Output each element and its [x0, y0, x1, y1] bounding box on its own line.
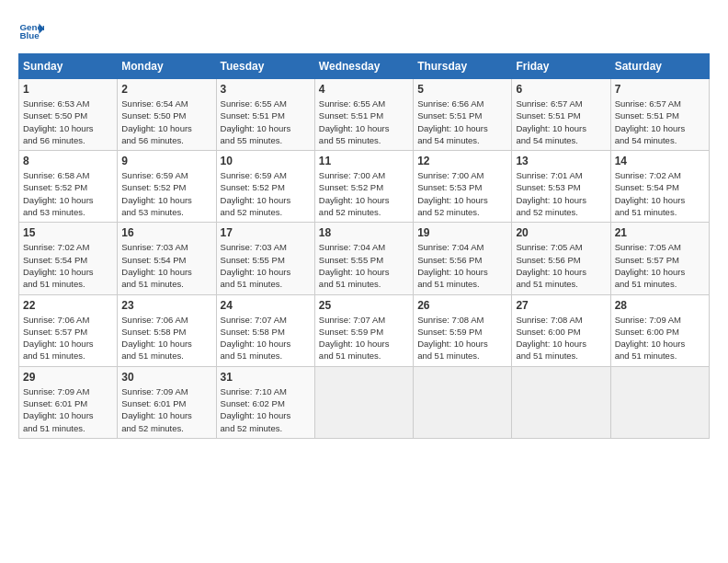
day-number: 14 [615, 155, 705, 167]
calendar-cell: 2Sunrise: 6:54 AMSunset: 5:50 PMDaylight… [118, 79, 216, 151]
day-info: Sunrise: 6:55 AMSunset: 5:51 PMDaylight:… [221, 98, 311, 146]
calendar-week-5: 29Sunrise: 7:09 AMSunset: 6:01 PMDayligh… [19, 366, 710, 438]
calendar-cell: 9Sunrise: 6:59 AMSunset: 5:52 PMDaylight… [118, 151, 216, 223]
calendar-cell: 17Sunrise: 7:03 AMSunset: 5:55 PMDayligh… [216, 223, 314, 294]
day-info: Sunrise: 7:03 AMSunset: 5:55 PMDaylight:… [221, 241, 311, 290]
calendar-week-3: 15Sunrise: 7:02 AMSunset: 5:54 PMDayligh… [19, 223, 710, 294]
day-number: 28 [615, 299, 705, 312]
calendar-cell: 19Sunrise: 7:04 AMSunset: 5:56 PMDayligh… [414, 223, 512, 294]
day-info: Sunrise: 7:03 AMSunset: 5:54 PMDaylight:… [121, 241, 211, 290]
calendar-cell: 7Sunrise: 6:57 AMSunset: 5:51 PMDaylight… [610, 79, 709, 151]
calendar-cell: 16Sunrise: 7:03 AMSunset: 5:54 PMDayligh… [118, 223, 216, 294]
calendar-cell: 22Sunrise: 7:06 AMSunset: 5:57 PMDayligh… [19, 294, 118, 366]
calendar-cell: 10Sunrise: 6:59 AMSunset: 5:52 PMDayligh… [216, 151, 314, 223]
day-number: 17 [221, 226, 311, 239]
svg-text:Blue: Blue [19, 30, 40, 40]
day-info: Sunrise: 7:01 AMSunset: 5:53 PMDaylight:… [516, 169, 606, 218]
calendar-week-2: 8Sunrise: 6:58 AMSunset: 5:52 PMDaylight… [19, 151, 710, 223]
day-info: Sunrise: 7:09 AMSunset: 6:01 PMDaylight:… [121, 385, 211, 434]
day-info: Sunrise: 7:05 AMSunset: 5:56 PMDaylight:… [516, 241, 606, 290]
day-number: 27 [516, 299, 606, 312]
day-info: Sunrise: 7:07 AMSunset: 5:58 PMDaylight:… [221, 314, 311, 362]
calendar-week-1: 1Sunrise: 6:53 AMSunset: 5:50 PMDaylight… [19, 79, 710, 151]
logo-icon: General Blue [18, 18, 44, 44]
header-row: Sunday Monday Tuesday Wednesday Thursday… [19, 54, 710, 79]
day-number: 26 [417, 299, 507, 312]
day-info: Sunrise: 6:58 AMSunset: 5:52 PMDaylight:… [23, 169, 113, 218]
day-info: Sunrise: 7:00 AMSunset: 5:52 PMDaylight:… [319, 169, 409, 218]
calendar-cell: 18Sunrise: 7:04 AMSunset: 5:55 PMDayligh… [314, 223, 413, 294]
calendar-cell: 11Sunrise: 7:00 AMSunset: 5:52 PMDayligh… [314, 151, 413, 223]
calendar-week-4: 22Sunrise: 7:06 AMSunset: 5:57 PMDayligh… [19, 294, 710, 366]
calendar-cell: 5Sunrise: 6:56 AMSunset: 5:51 PMDaylight… [414, 79, 512, 151]
day-number: 12 [417, 155, 507, 167]
day-info: Sunrise: 7:07 AMSunset: 5:59 PMDaylight:… [319, 314, 409, 362]
calendar-cell: 8Sunrise: 6:58 AMSunset: 5:52 PMDaylight… [19, 151, 118, 223]
day-info: Sunrise: 7:02 AMSunset: 5:54 PMDaylight:… [615, 169, 705, 218]
calendar-cell: 23Sunrise: 7:06 AMSunset: 5:58 PMDayligh… [118, 294, 216, 366]
day-number: 16 [121, 226, 211, 239]
day-number: 8 [23, 155, 113, 167]
day-number: 13 [516, 155, 606, 167]
calendar-cell: 26Sunrise: 7:08 AMSunset: 5:59 PMDayligh… [414, 294, 512, 366]
header-friday: Friday [512, 54, 610, 79]
day-info: Sunrise: 7:08 AMSunset: 5:59 PMDaylight:… [417, 314, 507, 362]
calendar-cell: 14Sunrise: 7:02 AMSunset: 5:54 PMDayligh… [610, 151, 709, 223]
day-info: Sunrise: 6:57 AMSunset: 5:51 PMDaylight:… [516, 98, 606, 146]
day-number: 29 [23, 371, 113, 384]
day-info: Sunrise: 7:10 AMSunset: 6:02 PMDaylight:… [221, 385, 311, 434]
day-number: 18 [319, 226, 409, 239]
day-number: 15 [23, 226, 113, 239]
day-number: 3 [221, 83, 311, 96]
day-info: Sunrise: 7:02 AMSunset: 5:54 PMDaylight:… [23, 241, 113, 290]
day-number: 30 [121, 371, 211, 384]
calendar-cell: 25Sunrise: 7:07 AMSunset: 5:59 PMDayligh… [314, 294, 413, 366]
header-monday: Monday [118, 54, 216, 79]
day-number: 22 [23, 299, 113, 312]
day-number: 24 [221, 299, 311, 312]
day-number: 11 [319, 155, 409, 167]
calendar-cell: 29Sunrise: 7:09 AMSunset: 6:01 PMDayligh… [19, 366, 118, 438]
day-number: 7 [615, 83, 705, 96]
calendar-cell [610, 366, 709, 438]
day-number: 20 [516, 226, 606, 239]
day-number: 21 [615, 226, 705, 239]
day-info: Sunrise: 7:05 AMSunset: 5:57 PMDaylight:… [615, 241, 705, 290]
day-number: 1 [23, 83, 113, 96]
day-info: Sunrise: 7:00 AMSunset: 5:53 PMDaylight:… [417, 169, 507, 218]
day-info: Sunrise: 6:54 AMSunset: 5:50 PMDaylight:… [121, 98, 211, 146]
page-header: General Blue [18, 18, 710, 44]
day-number: 25 [319, 299, 409, 312]
day-info: Sunrise: 6:53 AMSunset: 5:50 PMDaylight:… [23, 98, 113, 146]
logo: General Blue [18, 18, 48, 44]
calendar-cell: 12Sunrise: 7:00 AMSunset: 5:53 PMDayligh… [414, 151, 512, 223]
calendar-cell: 1Sunrise: 6:53 AMSunset: 5:50 PMDaylight… [19, 79, 118, 151]
calendar-cell: 24Sunrise: 7:07 AMSunset: 5:58 PMDayligh… [216, 294, 314, 366]
day-info: Sunrise: 7:04 AMSunset: 5:55 PMDaylight:… [319, 241, 409, 290]
day-number: 10 [221, 155, 311, 167]
calendar-cell: 21Sunrise: 7:05 AMSunset: 5:57 PMDayligh… [610, 223, 709, 294]
header-sunday: Sunday [19, 54, 118, 79]
calendar-cell: 31Sunrise: 7:10 AMSunset: 6:02 PMDayligh… [216, 366, 314, 438]
day-number: 9 [121, 155, 211, 167]
day-number: 6 [516, 83, 606, 96]
day-info: Sunrise: 7:04 AMSunset: 5:56 PMDaylight:… [417, 241, 507, 290]
header-wednesday: Wednesday [314, 54, 413, 79]
day-info: Sunrise: 7:08 AMSunset: 6:00 PMDaylight:… [516, 314, 606, 362]
calendar-cell: 28Sunrise: 7:09 AMSunset: 6:00 PMDayligh… [610, 294, 709, 366]
calendar-cell [414, 366, 512, 438]
header-thursday: Thursday [414, 54, 512, 79]
day-info: Sunrise: 7:09 AMSunset: 6:00 PMDaylight:… [615, 314, 705, 362]
calendar-cell: 3Sunrise: 6:55 AMSunset: 5:51 PMDaylight… [216, 79, 314, 151]
day-number: 4 [319, 83, 409, 96]
calendar-table: Sunday Monday Tuesday Wednesday Thursday… [18, 53, 710, 439]
day-number: 23 [121, 299, 211, 312]
calendar-cell: 15Sunrise: 7:02 AMSunset: 5:54 PMDayligh… [19, 223, 118, 294]
day-info: Sunrise: 7:06 AMSunset: 5:57 PMDaylight:… [23, 314, 113, 362]
calendar-cell: 13Sunrise: 7:01 AMSunset: 5:53 PMDayligh… [512, 151, 610, 223]
day-info: Sunrise: 6:55 AMSunset: 5:51 PMDaylight:… [319, 98, 409, 146]
day-info: Sunrise: 6:59 AMSunset: 5:52 PMDaylight:… [121, 169, 211, 218]
calendar-cell: 27Sunrise: 7:08 AMSunset: 6:00 PMDayligh… [512, 294, 610, 366]
day-number: 5 [417, 83, 507, 96]
day-info: Sunrise: 6:57 AMSunset: 5:51 PMDaylight:… [615, 98, 705, 146]
